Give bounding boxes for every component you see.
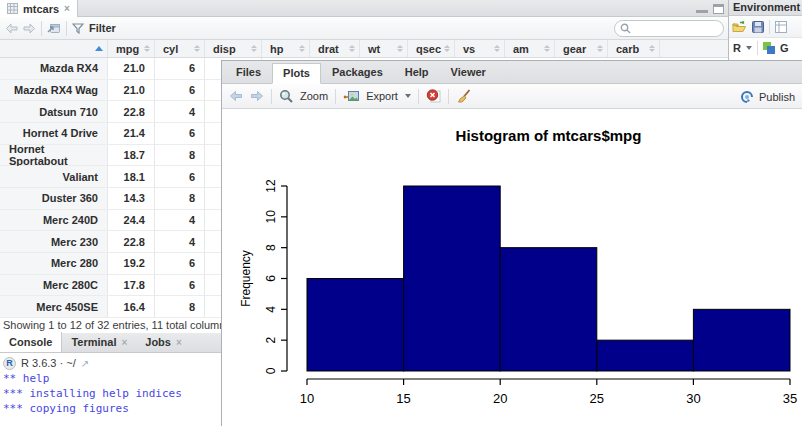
column-header-hp[interactable]: hp	[262, 40, 310, 57]
tab-viewer[interactable]: Viewer	[440, 62, 497, 83]
column-header-qsec[interactable]: qsec	[408, 40, 455, 57]
back-arrow-icon[interactable]	[5, 23, 18, 34]
search-input[interactable]	[635, 23, 715, 34]
cell-mpg: 18.7	[108, 145, 155, 166]
environment-pane-title[interactable]: Environment	[729, 0, 802, 16]
popout-window-icon[interactable]	[47, 22, 61, 34]
column-header-drat[interactable]: drat	[310, 40, 360, 57]
export-dropdown-icon[interactable]	[405, 94, 411, 98]
cell-mpg: 14.3	[108, 188, 155, 209]
x-tick-label: 20	[493, 391, 507, 406]
tab-label: Jobs	[145, 336, 171, 348]
tab-title: mtcars	[23, 3, 59, 15]
environment-toolbar	[729, 16, 802, 38]
toolbar-separator	[448, 89, 449, 104]
publish-icon	[740, 90, 754, 104]
histogram-bar	[500, 248, 597, 371]
cell-rowname: Merc 230	[0, 231, 108, 252]
export-image-icon[interactable]	[343, 90, 359, 103]
sort-icon	[299, 45, 305, 52]
next-plot-icon[interactable]	[250, 90, 264, 102]
cell-mpg: 22.8	[108, 101, 155, 122]
rstudio-window: mtcars × Filter	[0, 0, 802, 426]
toolbar-separator	[418, 89, 419, 104]
sort-icon	[144, 45, 150, 52]
open-session-arrow-icon[interactable]: ↗	[81, 358, 89, 369]
cell-rowname: Merc 280C	[0, 275, 108, 296]
cell-cyl: 8	[155, 296, 205, 317]
global-environment-icon	[763, 42, 775, 54]
console-body[interactable]: R R 3.6.3 · ~/ ↗ ** help *** installing …	[0, 353, 221, 418]
cell-mpg: 21.0	[108, 58, 155, 79]
tab-close-icon[interactable]: ×	[176, 337, 182, 348]
filter-icon[interactable]	[72, 23, 84, 34]
r-logo-icon: R	[3, 357, 16, 370]
y-tick-label: 2	[264, 337, 278, 344]
console-tab-console[interactable]: Console	[0, 332, 62, 352]
console-pane: ConsoleTerminal×Jobs× R R 3.6.3 · ~/ ↗ *…	[0, 333, 222, 426]
cell-mpg: 24.4	[108, 210, 155, 231]
previous-plot-icon[interactable]	[229, 90, 243, 102]
sort-icon	[397, 45, 403, 52]
toolbar-separator	[66, 21, 67, 36]
clear-all-plots-broom-icon[interactable]	[456, 89, 471, 103]
open-workspace-icon[interactable]	[732, 21, 747, 33]
column-header-mpg[interactable]: mpg	[108, 40, 155, 57]
tab-help[interactable]: Help	[394, 62, 440, 83]
sort-ascending-icon	[95, 46, 103, 51]
histogram-bar	[404, 186, 501, 371]
histogram-bar	[693, 309, 790, 371]
column-header-gear[interactable]: gear	[555, 40, 608, 57]
y-tick-label: 0	[264, 367, 278, 374]
tab-close-icon[interactable]: ×	[64, 3, 70, 14]
column-label: gear	[563, 43, 586, 55]
forward-arrow-icon[interactable]	[23, 23, 36, 34]
environment-pane: Environment R G	[729, 0, 802, 61]
toolbar-separator	[757, 41, 758, 55]
source-tabstrip: mtcars ×	[0, 0, 728, 17]
zoom-plot-icon[interactable]	[279, 89, 293, 103]
tab-close-icon[interactable]: ×	[121, 337, 127, 348]
r-language-dropdown[interactable]: R	[733, 42, 741, 54]
cell-rowname: Merc 280	[0, 253, 108, 274]
column-label: drat	[318, 43, 339, 55]
search-box[interactable]	[614, 20, 724, 37]
histogram-plot: Histogram of mtcars$mpg02468101210152025…	[222, 109, 802, 426]
tab-plots[interactable]: Plots	[272, 63, 321, 84]
remove-plot-icon[interactable]	[426, 89, 441, 103]
y-tick-label: 6	[264, 275, 278, 282]
sort-icon	[251, 45, 257, 52]
console-tab-jobs[interactable]: Jobs×	[136, 332, 191, 352]
filter-label[interactable]: Filter	[89, 22, 116, 34]
r-session-line: R R 3.6.3 · ~/ ↗	[3, 355, 218, 371]
export-button-label[interactable]: Export	[366, 90, 398, 102]
column-header-carb[interactable]: carb	[608, 40, 660, 57]
environment-scope-row: R G	[729, 38, 802, 58]
save-workspace-icon[interactable]	[752, 21, 764, 33]
histogram-bar	[307, 279, 404, 372]
import-dataset-icon[interactable]	[775, 21, 787, 33]
console-tab-terminal[interactable]: Terminal×	[62, 332, 136, 352]
column-header-am[interactable]: am	[505, 40, 555, 57]
plots-pane: FilesPlotsPackagesHelpViewer Zoom Export	[221, 60, 802, 426]
column-header-vs[interactable]: vs	[455, 40, 505, 57]
publish-button[interactable]: Publish	[740, 84, 795, 109]
cell-mpg: 19.2	[108, 253, 155, 274]
column-header-disp[interactable]: disp	[205, 40, 262, 57]
tab-files[interactable]: Files	[225, 62, 272, 83]
minimize-pane-icon[interactable]	[696, 5, 708, 13]
plots-tabstrip: FilesPlotsPackagesHelpViewer	[222, 61, 802, 84]
cell-mpg: 21.4	[108, 123, 155, 144]
plot-title: Histogram of mtcars$mpg	[456, 127, 642, 144]
maximize-pane-icon[interactable]	[713, 4, 724, 14]
column-header-rownames[interactable]	[0, 40, 108, 57]
column-label: vs	[463, 43, 475, 55]
global-environment-dropdown[interactable]: G	[780, 42, 789, 54]
column-label: hp	[270, 43, 283, 55]
column-label: qsec	[416, 43, 441, 55]
column-header-cyl[interactable]: cyl	[155, 40, 205, 57]
column-header-wt[interactable]: wt	[360, 40, 408, 57]
tab-mtcars[interactable]: mtcars ×	[0, 0, 78, 17]
tab-packages[interactable]: Packages	[321, 62, 394, 83]
zoom-button-label[interactable]: Zoom	[300, 90, 328, 102]
